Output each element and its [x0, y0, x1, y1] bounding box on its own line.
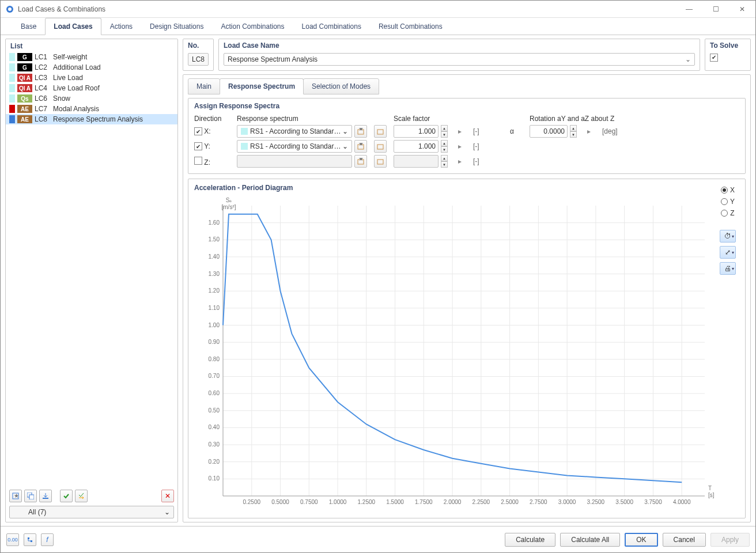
- load-case-list-panel: List G LC1 Self-weight G LC2 Additional …: [5, 39, 178, 522]
- load-case-row[interactable]: Qs LC6 Snow: [6, 93, 177, 104]
- new-spectrum-button[interactable]: ★: [354, 155, 367, 168]
- maximize-button[interactable]: ☐: [702, 1, 729, 18]
- apply-button: Apply: [710, 533, 750, 547]
- chart-stopwatch-icon-button[interactable]: ⏱▾: [720, 230, 736, 243]
- load-case-code: LC6: [35, 94, 51, 103]
- load-case-name: Response Spectrum Analysis: [53, 115, 174, 123]
- no-field[interactable]: LC8: [188, 53, 209, 66]
- color-swatch: [241, 128, 248, 135]
- tab-load-cases[interactable]: Load Cases: [45, 18, 101, 35]
- calculate-button[interactable]: Calculate: [505, 533, 555, 547]
- svg-rect-87: [31, 540, 32, 542]
- svg-text:1.00: 1.00: [209, 322, 220, 328]
- svg-text:[s]: [s]: [708, 492, 715, 498]
- delete-load-case-button[interactable]: ✕: [161, 490, 174, 502]
- color-swatch: [241, 143, 248, 150]
- svg-text:0.50: 0.50: [209, 407, 220, 414]
- copy-load-case-button[interactable]: [24, 490, 37, 502]
- spectrum-select[interactable]: RS1 - According to Standard -…⌄: [237, 140, 352, 153]
- chart-axes-icon-button[interactable]: ⤢▾: [720, 246, 736, 259]
- subtab-response-spectrum[interactable]: Response Spectrum: [220, 78, 304, 94]
- spectrum-select[interactable]: RS1 - According to Standard -…⌄: [237, 125, 352, 138]
- play-icon[interactable]: ▸: [458, 142, 462, 150]
- load-case-row[interactable]: Ql A LC3 Live Load: [6, 73, 177, 83]
- axes-icon: ⤢: [725, 248, 731, 256]
- svg-text:1.20: 1.20: [209, 287, 220, 294]
- load-case-name: Live Load Roof: [53, 84, 174, 92]
- ok-button[interactable]: OK: [625, 533, 657, 547]
- chart-axis-radio-y[interactable]: Y: [721, 198, 735, 206]
- import-load-case-button[interactable]: [39, 490, 52, 502]
- svg-rect-86: [28, 537, 29, 539]
- direction-x-checkbox[interactable]: [194, 127, 202, 135]
- tab-actions[interactable]: Actions: [101, 18, 141, 35]
- load-case-row[interactable]: Ql A LC4 Live Load Roof: [6, 83, 177, 93]
- edit-spectrum-button[interactable]: [374, 140, 387, 153]
- load-case-name: Modal Analysis: [53, 105, 174, 113]
- svg-text:0.5000: 0.5000: [271, 499, 289, 505]
- svg-text:[m/s²]: [m/s²]: [222, 204, 236, 210]
- tab-design-situations[interactable]: Design Situations: [141, 18, 212, 35]
- new-spectrum-button[interactable]: ★: [354, 125, 367, 138]
- scale-factor-input[interactable]: 1.000: [394, 125, 439, 138]
- direction-label: X:: [204, 127, 210, 135]
- alpha-spinner[interactable]: ▲▼: [570, 125, 577, 138]
- load-case-row[interactable]: AE LC7 Modal Analysis: [6, 104, 177, 114]
- footer-tree-button[interactable]: [24, 533, 36, 546]
- new-load-case-button[interactable]: ★: [9, 490, 22, 502]
- subtab-main[interactable]: Main: [188, 78, 220, 94]
- close-button[interactable]: ✕: [729, 1, 755, 18]
- cancel-button[interactable]: Cancel: [663, 533, 706, 547]
- tab-load-combinations[interactable]: Load Combinations: [293, 18, 370, 35]
- alpha-label: α: [510, 127, 514, 135]
- radio-icon: [721, 210, 728, 217]
- direction-y-checkbox[interactable]: [194, 142, 202, 150]
- svg-text:3.5000: 3.5000: [615, 499, 633, 505]
- svg-rect-12: [377, 145, 383, 149]
- svg-text:0.80: 0.80: [209, 356, 220, 362]
- chart-print-icon-button[interactable]: 🖨▾: [720, 262, 736, 275]
- direction-z-checkbox[interactable]: [194, 157, 202, 165]
- footer-units-button[interactable]: 0.00: [6, 533, 19, 546]
- tab-action-combinations[interactable]: Action Combinations: [212, 18, 293, 35]
- svg-text:2.2500: 2.2500: [472, 499, 490, 505]
- svg-text:0.90: 0.90: [209, 339, 220, 345]
- to-solve-checkbox[interactable]: [710, 54, 718, 62]
- load-case-row[interactable]: G LC2 Additional Load: [6, 62, 177, 73]
- color-swatch: [9, 63, 15, 71]
- play-icon[interactable]: ▸: [458, 127, 462, 135]
- scale-spinner: ▲▼: [441, 155, 448, 168]
- load-case-row[interactable]: AE LC8 Response Spectrum Analysis: [6, 114, 177, 124]
- chart-axis-radio-x[interactable]: X: [721, 186, 735, 194]
- spectrum-select: [237, 155, 352, 168]
- load-case-name-select[interactable]: Response Spectrum Analysis ⌄: [224, 53, 695, 66]
- chart-title: Acceleration - Period Diagram: [194, 184, 716, 192]
- subtab-selection-of-modes[interactable]: Selection of Modes: [303, 78, 379, 94]
- edit-spectrum-button[interactable]: [374, 155, 387, 168]
- scale-factor-input[interactable]: 1.000: [394, 140, 439, 153]
- load-case-list[interactable]: G LC1 Self-weight G LC2 Additional Load …: [6, 52, 177, 486]
- calculate-all-button[interactable]: Calculate All: [560, 533, 620, 547]
- radio-icon: [721, 198, 728, 205]
- check-green-button[interactable]: [60, 490, 73, 502]
- footer-fx-button[interactable]: f: [41, 533, 54, 546]
- play-icon[interactable]: ▸: [458, 157, 462, 165]
- chart-axis-radio-z[interactable]: Z: [721, 209, 734, 217]
- svg-text:0.30: 0.30: [209, 441, 220, 448]
- edit-spectrum-button[interactable]: [374, 125, 387, 138]
- tab-base[interactable]: Base: [12, 18, 45, 35]
- scale-spinner[interactable]: ▲▼: [441, 125, 448, 138]
- tab-result-combinations[interactable]: Result Combinations: [370, 18, 451, 35]
- scale-spinner[interactable]: ▲▼: [441, 140, 448, 153]
- filter-select[interactable]: All (7) ⌄: [9, 506, 174, 518]
- load-case-row[interactable]: G LC1 Self-weight: [6, 52, 177, 62]
- alpha-input[interactable]: 0.0000: [530, 125, 568, 138]
- check-swap-button[interactable]: [75, 490, 88, 502]
- new-spectrum-button[interactable]: ★: [354, 140, 367, 153]
- alpha-unit: [deg]: [602, 127, 618, 135]
- play-icon[interactable]: ▸: [587, 127, 591, 135]
- color-swatch: [9, 74, 15, 82]
- svg-text:3.7500: 3.7500: [644, 499, 662, 505]
- minimize-button[interactable]: ―: [676, 1, 702, 18]
- scale-unit: [-]: [473, 127, 479, 135]
